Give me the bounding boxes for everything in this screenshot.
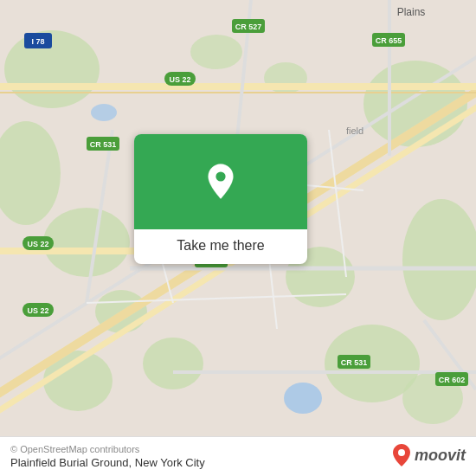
svg-point-57 <box>398 449 405 456</box>
map-container[interactable]: I 78 CR 527 US 22 CR 655 CR 531 US 22 CR… <box>0 0 476 476</box>
svg-text:CR 655: CR 655 <box>376 36 402 45</box>
svg-point-10 <box>190 35 242 69</box>
svg-point-56 <box>215 171 225 181</box>
take-me-there-button[interactable]: Take me there <box>134 229 307 264</box>
popup-green-area <box>134 134 307 229</box>
location-pin-icon <box>202 163 240 201</box>
svg-text:I 78: I 78 <box>31 37 44 46</box>
moovit-brand-text: moovit <box>415 447 466 465</box>
svg-text:US 22: US 22 <box>27 306 48 315</box>
svg-text:CR 602: CR 602 <box>439 376 466 384</box>
moovit-logo: moovit <box>392 443 466 467</box>
moovit-pin-icon <box>392 443 411 467</box>
svg-point-15 <box>91 104 117 121</box>
svg-text:US 22: US 22 <box>27 240 48 248</box>
svg-text:CR 527: CR 527 <box>235 23 262 31</box>
svg-text:Plains: Plains <box>397 6 426 18</box>
svg-point-8 <box>143 338 203 389</box>
svg-point-14 <box>284 383 322 414</box>
svg-text:field: field <box>346 125 363 136</box>
svg-text:CR 531: CR 531 <box>90 140 117 149</box>
svg-text:CR 531: CR 531 <box>341 358 368 367</box>
popup-card[interactable]: Take me there <box>134 134 307 264</box>
svg-point-3 <box>43 208 130 277</box>
svg-text:US 22: US 22 <box>169 75 190 84</box>
